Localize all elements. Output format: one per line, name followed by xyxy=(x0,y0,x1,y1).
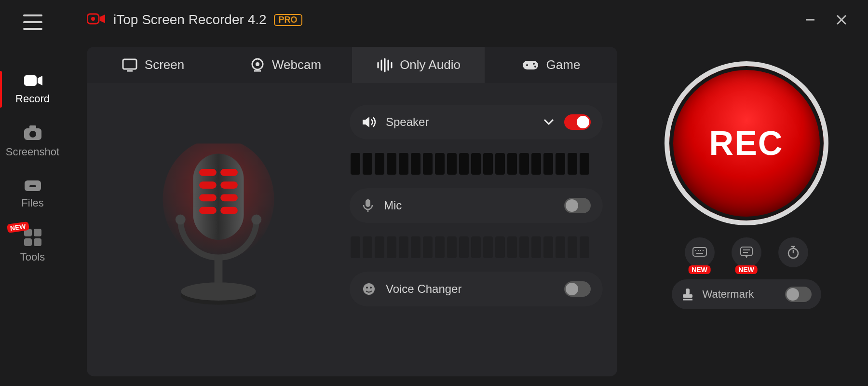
voice-changer-icon xyxy=(362,282,376,296)
svg-rect-32 xyxy=(220,194,238,202)
speaker-level-meter xyxy=(350,153,603,175)
svg-rect-31 xyxy=(199,194,217,202)
camera-icon xyxy=(23,124,42,141)
svg-rect-5 xyxy=(29,185,36,187)
speaker-row: Speaker xyxy=(350,105,603,139)
tab-webcam[interactable]: Webcam xyxy=(219,47,352,83)
svg-point-42 xyxy=(363,283,375,295)
speaker-label: Speaker xyxy=(386,115,429,129)
mic-row: Mic xyxy=(350,188,603,223)
record-button-label: REC xyxy=(709,124,784,163)
sidebar-item-label: Screenshot xyxy=(6,146,59,158)
minimize-button[interactable] xyxy=(803,13,817,27)
svg-point-43 xyxy=(366,287,368,289)
watermark-label: Watermark xyxy=(703,288,754,301)
svg-rect-30 xyxy=(220,181,238,189)
svg-rect-45 xyxy=(693,248,706,256)
title-bar: iTop Screen Recorder 4.2 PRO xyxy=(87,12,861,28)
sidebar-item-label: Tools xyxy=(20,251,45,263)
svg-rect-0 xyxy=(24,75,37,86)
watermark-row: Watermark xyxy=(672,279,821,309)
tab-label: Game xyxy=(546,57,581,72)
timer-button[interactable] xyxy=(778,237,808,267)
microphone-icon xyxy=(362,198,374,213)
tab-only-audio[interactable]: Only Audio xyxy=(352,47,485,83)
sidebar-item-tools[interactable]: NEW Tools xyxy=(0,219,65,273)
new-badge: NEW xyxy=(735,265,758,274)
mode-panel: Screen Webcam xyxy=(87,47,617,376)
svg-rect-34 xyxy=(220,207,238,214)
svg-point-22 xyxy=(526,64,528,66)
svg-point-7 xyxy=(91,17,95,21)
watermark-toggle[interactable] xyxy=(785,287,812,302)
pro-badge: PRO xyxy=(274,14,302,26)
new-badge: NEW xyxy=(688,265,711,274)
record-camera-icon xyxy=(23,73,42,88)
tab-game[interactable]: Game xyxy=(485,47,617,83)
mic-level-meter xyxy=(350,236,603,258)
svg-rect-2 xyxy=(29,125,36,129)
record-tool-row: NEW NEW xyxy=(685,237,808,267)
tab-screen[interactable]: Screen xyxy=(87,47,219,83)
svg-rect-21 xyxy=(523,61,538,69)
svg-point-23 xyxy=(533,63,535,65)
svg-point-39 xyxy=(181,282,256,301)
svg-rect-51 xyxy=(741,247,752,256)
svg-rect-11 xyxy=(123,59,136,69)
speaker-icon xyxy=(362,115,376,129)
record-panel: REC NEW xyxy=(632,47,861,376)
svg-rect-33 xyxy=(199,207,217,214)
speaker-toggle[interactable] xyxy=(564,114,591,130)
audio-controls: Speaker xyxy=(350,97,603,362)
mode-tabs: Screen Webcam xyxy=(87,47,617,83)
voice-changer-label: Voice Changer xyxy=(386,282,461,296)
mic-label: Mic xyxy=(384,199,402,212)
svg-rect-58 xyxy=(686,289,690,294)
stopwatch-icon xyxy=(786,245,800,260)
sidebar-item-record[interactable]: Record xyxy=(0,64,65,115)
keyboard-icon xyxy=(692,247,707,258)
tab-label: Webcam xyxy=(272,57,321,72)
chevron-down-icon xyxy=(543,118,555,126)
grid-icon xyxy=(24,229,41,246)
speaker-dropdown[interactable] xyxy=(543,118,555,126)
folder-icon xyxy=(24,178,42,192)
svg-rect-27 xyxy=(199,169,217,176)
gamepad-icon xyxy=(522,59,539,71)
app-logo-icon xyxy=(87,12,106,28)
svg-point-44 xyxy=(370,287,372,289)
svg-rect-37 xyxy=(214,255,222,283)
sidebar-item-files[interactable]: Files xyxy=(0,168,65,219)
annotate-button[interactable]: NEW xyxy=(732,237,761,267)
svg-rect-28 xyxy=(220,169,238,176)
mic-toggle[interactable] xyxy=(564,198,591,213)
sidebar-item-screenshot[interactable]: Screenshot xyxy=(0,115,65,168)
sidebar: Record Screenshot Files NEW Tools xyxy=(0,0,65,386)
svg-point-14 xyxy=(256,62,259,66)
close-button[interactable] xyxy=(834,13,849,27)
voice-changer-toggle[interactable] xyxy=(564,281,591,297)
app-title: iTop Screen Recorder 4.2 xyxy=(113,12,267,28)
webcam-icon xyxy=(250,58,265,72)
voice-changer-row: Voice Changer xyxy=(350,272,603,306)
svg-rect-59 xyxy=(683,294,692,298)
sidebar-item-label: Files xyxy=(21,197,43,209)
tab-label: Only Audio xyxy=(400,57,461,72)
stamp-icon xyxy=(681,287,694,302)
svg-rect-29 xyxy=(199,181,217,189)
keyboard-overlay-button[interactable]: NEW xyxy=(685,237,715,267)
audio-wave-icon xyxy=(376,58,393,72)
record-button[interactable]: REC xyxy=(665,61,828,225)
svg-point-3 xyxy=(29,131,36,138)
annotation-icon xyxy=(739,246,754,259)
tab-label: Screen xyxy=(145,57,184,72)
main-area: iTop Screen Recorder 4.2 PRO xyxy=(65,0,868,386)
monitor-icon xyxy=(122,58,137,72)
microphone-illustration xyxy=(87,97,350,362)
hamburger-menu-button[interactable] xyxy=(23,14,42,30)
sidebar-item-label: Record xyxy=(15,93,50,105)
svg-rect-40 xyxy=(366,199,370,207)
svg-point-24 xyxy=(534,66,536,68)
